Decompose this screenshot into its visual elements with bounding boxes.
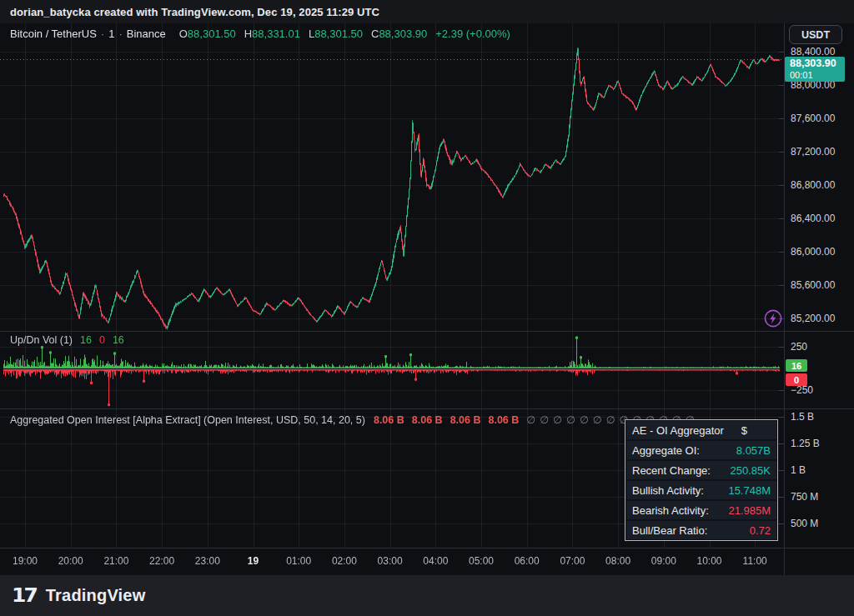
price-axis-label: 86,400.00: [791, 213, 835, 224]
tradingview-chart-window: dorian_batycka created with TradingView.…: [0, 0, 854, 616]
high-value: H88,331.01: [244, 28, 300, 40]
time-axis-label: 20:00: [58, 555, 83, 567]
oi-tooltip-row: Bearish Activity:21.985M: [626, 501, 776, 519]
pane-separator[interactable]: [0, 331, 854, 332]
volume-indicator-title[interactable]: Up/Dn Vol (1): [10, 334, 73, 346]
footer-bar: 17 TradingView: [0, 575, 854, 616]
tradingview-logo-icon[interactable]: 17: [12, 586, 36, 605]
price-axis-label: 88,400.00: [791, 46, 835, 58]
oi-tooltip-rows: Aggregate OI:8.057BRecent Change:250.85K…: [626, 441, 776, 539]
tradingview-wordmark[interactable]: TradingView: [46, 586, 146, 605]
time-axis-label: 06:00: [515, 555, 540, 567]
oi-empty-marker: ∅: [606, 414, 615, 426]
oi-tooltip-row: Aggregate OI:8.057B: [626, 441, 776, 459]
time-axis-label: 22:00: [149, 555, 174, 567]
oi-tooltip-unit: $: [741, 424, 771, 437]
price-scale-separator: [784, 23, 785, 575]
time-axis-label: 10:00: [696, 555, 721, 567]
time-axis-separator: [0, 548, 854, 548]
time-axis-label: 19:00: [13, 555, 38, 567]
price-axis-label: 86,800.00: [791, 179, 835, 191]
oi-tooltip-row: Bullish Activity:15.748M: [626, 481, 776, 499]
time-axis-label: 04:00: [423, 555, 448, 567]
oi-indicator-values: 8.06 B8.06 B8.06 B8.06 B: [374, 414, 526, 426]
symbol-name[interactable]: Bitcoin / TetherUS: [10, 28, 97, 40]
price-axis-label: 85,600.00: [791, 279, 835, 291]
oi-value: 8.06 B: [374, 414, 404, 426]
oi-aggregator-tooltip: AE - OI Aggregator $ Aggregate OI:8.057B…: [625, 419, 778, 541]
time-axis-label: 11:00: [743, 555, 767, 567]
oi-tooltip-row-value: 21.985M: [728, 504, 771, 517]
change-value: +2.39 (+0.00%): [435, 28, 510, 40]
bar-countdown: 00:01: [790, 70, 845, 80]
oi-tooltip-row-value: 8.057B: [736, 444, 771, 457]
volume-indicator-values: 16016: [80, 334, 124, 346]
open-value: O88,301.50: [179, 28, 236, 40]
oi-tooltip-header: AE - OI Aggregator $: [626, 421, 776, 439]
oi-tooltip-row-label: Bull/Bear Ratio:: [632, 524, 707, 537]
price-axis-label: 87,600.00: [791, 113, 835, 124]
time-axis-label: 02:00: [332, 555, 357, 567]
oi-empty-marker: ∅: [593, 414, 602, 426]
oi-empty-marker: ∅: [580, 414, 589, 426]
oi-axis-label: 1.25 B: [791, 438, 820, 449]
oi-value: 8.06 B: [450, 414, 481, 426]
oi-tooltip-row-label: Aggregate OI:: [632, 444, 700, 457]
time-axis-label: 05:00: [469, 555, 494, 567]
oi-tooltip-row-label: Bullish Activity:: [632, 484, 704, 497]
oi-empty-marker: ∅: [526, 414, 535, 426]
exchange-name[interactable]: Binance: [127, 28, 166, 40]
volume-value: 0: [99, 334, 105, 346]
time-axis[interactable]: 19:0020:0021:0022:0023:001901:0002:0003:…: [0, 553, 854, 573]
interval-value[interactable]: 1: [108, 28, 114, 40]
volume-up-badge: 16: [786, 359, 807, 372]
symbol-legend[interactable]: Bitcoin / TetherUS · 1 · Binance O88,301…: [10, 28, 510, 40]
oi-tooltip-row-value: 250.85K: [731, 464, 771, 477]
boost-lightning-icon[interactable]: [764, 309, 782, 328]
price-axis-label: 87,200.00: [791, 146, 835, 158]
attribution-text: dorian_batycka created with TradingView.…: [10, 6, 379, 18]
oi-axis-label: 500 M: [791, 518, 818, 529]
time-axis-label: 09:00: [651, 555, 676, 567]
oi-value: 8.06 B: [412, 414, 443, 426]
oi-tooltip-title: AE - OI Aggregator: [632, 424, 724, 437]
last-price-badge: 88,303.90 00:01: [785, 57, 845, 82]
volume-axis-label: 250: [791, 341, 807, 353]
oi-tooltip-row: Bull/Bear Ratio:0.72: [626, 521, 776, 539]
oi-empty-marker: ∅: [553, 414, 562, 426]
price-axis-label: 86,000.00: [791, 246, 835, 258]
close-value: C88,303.90: [371, 28, 427, 40]
price-axis-label: 85,200.00: [791, 313, 835, 324]
time-axis-label: 21:00: [103, 555, 128, 567]
volume-value: 16: [113, 334, 124, 346]
oi-tooltip-row: Recent Change:250.85K: [626, 461, 776, 479]
time-axis-label: 03:00: [378, 555, 403, 567]
time-axis-label: 07:00: [560, 555, 585, 567]
currency-toggle-button[interactable]: USDT: [789, 25, 842, 44]
volume-axis-label: −250: [791, 384, 813, 396]
oi-axis-label: 1 B: [791, 464, 806, 476]
price-scale[interactable]: 88,400.0088,000.0087,600.0087,200.0086,8…: [784, 23, 854, 575]
time-axis-label: 08:00: [605, 555, 630, 567]
legend-separator: ·: [101, 28, 104, 40]
volume-down-badge: 0: [786, 373, 807, 386]
volume-indicator-legend[interactable]: Up/Dn Vol (1) 16016: [10, 334, 124, 346]
volume-value: 16: [80, 334, 92, 346]
time-axis-label: 23:00: [195, 555, 220, 567]
oi-empty-marker: ∅: [566, 414, 575, 426]
oi-empty-marker: ∅: [540, 414, 549, 426]
time-axis-label: 19: [248, 555, 259, 567]
oi-axis-label: 750 M: [791, 491, 818, 503]
oi-tooltip-row-label: Recent Change:: [632, 464, 711, 477]
oi-tooltip-row-label: Bearish Activity:: [632, 504, 709, 517]
oi-value: 8.06 B: [488, 414, 519, 426]
time-axis-label: 01:00: [286, 555, 311, 567]
legend-separator: ·: [118, 28, 122, 40]
pane-separator[interactable]: [0, 408, 854, 409]
oi-indicator-legend[interactable]: Aggregated Open Interest [Alpha Extract]…: [10, 413, 699, 426]
attribution-bar: dorian_batycka created with TradingView.…: [0, 0, 854, 23]
oi-tooltip-row-value: 0.72: [750, 524, 771, 537]
low-value: L88,301.50: [309, 28, 363, 40]
oi-indicator-title[interactable]: Aggregated Open Interest [Alpha Extract]…: [10, 414, 365, 426]
oi-axis-label: 1.5 B: [791, 411, 814, 423]
